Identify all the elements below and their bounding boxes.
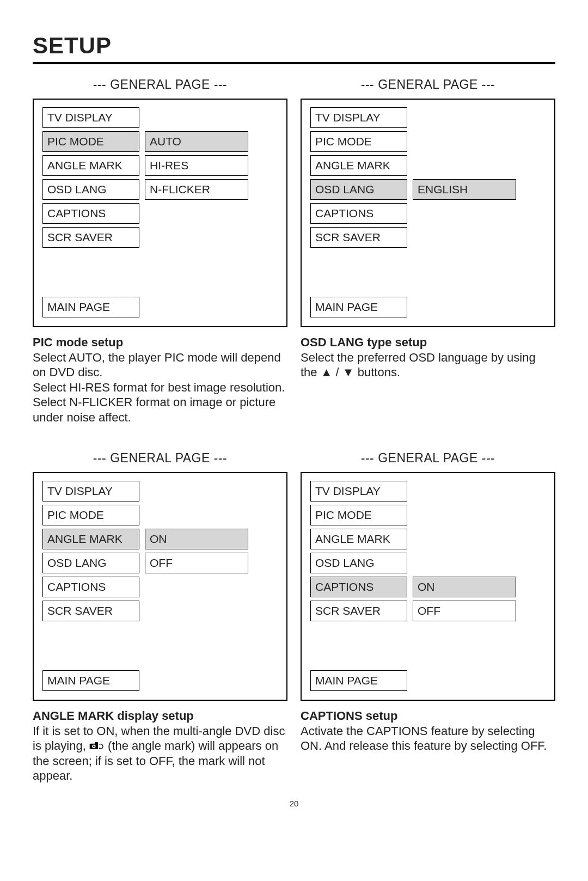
option-n-flicker[interactable]: N-FLICKER bbox=[145, 179, 248, 200]
desc-line: Select AUTO, the player PIC mode will de… bbox=[33, 350, 287, 380]
menu-header: --- GENERAL PAGE --- bbox=[33, 77, 287, 92]
option-on[interactable]: ON bbox=[145, 529, 248, 549]
option-hi-res[interactable]: HI-RES bbox=[145, 155, 248, 176]
menu-item-osd-lang[interactable]: OSD LANG bbox=[310, 553, 407, 573]
menu-item-pic-mode[interactable]: PIC MODE bbox=[42, 131, 139, 152]
menu-item-captions[interactable]: CAPTIONS bbox=[310, 203, 407, 224]
down-arrow-icon bbox=[342, 365, 354, 379]
menu-item-pic-mode[interactable]: PIC MODE bbox=[42, 505, 139, 525]
block-captions: --- GENERAL PAGE --- TV DISPLAY PIC MODE… bbox=[301, 451, 555, 784]
desc-title: CAPTIONS setup bbox=[301, 708, 555, 724]
menu-item-osd-lang[interactable]: OSD LANG bbox=[42, 179, 139, 200]
svg-point-2 bbox=[93, 745, 95, 747]
block-osd-lang: --- GENERAL PAGE --- TV DISPLAY PIC MODE… bbox=[301, 77, 555, 425]
menu-panel-angle: TV DISPLAY PIC MODE ANGLE MARK ON OSD LA… bbox=[33, 472, 287, 701]
angle-mark-icon bbox=[89, 741, 105, 751]
option-on[interactable]: ON bbox=[413, 577, 516, 597]
menu-item-tv-display[interactable]: TV DISPLAY bbox=[42, 107, 139, 128]
menu-item-scr-saver[interactable]: SCR SAVER bbox=[42, 601, 139, 621]
content-grid: --- GENERAL PAGE --- TV DISPLAY PIC MODE… bbox=[33, 77, 555, 784]
menu-item-main-page[interactable]: MAIN PAGE bbox=[310, 670, 407, 691]
menu-item-tv-display[interactable]: TV DISPLAY bbox=[310, 481, 407, 501]
page-number: 20 bbox=[33, 799, 555, 808]
menu-panel-captions: TV DISPLAY PIC MODE ANGLE MARK OSD LANG … bbox=[301, 472, 555, 701]
menu-item-main-page[interactable]: MAIN PAGE bbox=[310, 297, 407, 317]
menu-panel-osd: TV DISPLAY PIC MODE ANGLE MARK OSD LANG … bbox=[301, 99, 555, 327]
menu-header: --- GENERAL PAGE --- bbox=[301, 451, 555, 466]
desc-line: Select the preferred OSD language by usi… bbox=[301, 350, 555, 380]
menu-item-angle-mark[interactable]: ANGLE MARK bbox=[310, 529, 407, 549]
desc-pic-mode: PIC mode setup Select AUTO, the player P… bbox=[33, 335, 287, 425]
menu-item-scr-saver[interactable]: SCR SAVER bbox=[310, 227, 407, 248]
desc-title: ANGLE MARK display setup bbox=[33, 708, 287, 724]
menu-item-angle-mark[interactable]: ANGLE MARK bbox=[310, 155, 407, 176]
menu-item-tv-display[interactable]: TV DISPLAY bbox=[42, 481, 139, 501]
desc-angle-mark: ANGLE MARK display setup If it is set to… bbox=[33, 708, 287, 784]
menu-item-captions[interactable]: CAPTIONS bbox=[310, 577, 407, 597]
menu-item-scr-saver[interactable]: SCR SAVER bbox=[310, 601, 407, 621]
option-auto[interactable]: AUTO bbox=[145, 131, 248, 152]
menu-item-scr-saver[interactable]: SCR SAVER bbox=[42, 227, 139, 248]
desc-title: PIC mode setup bbox=[33, 335, 287, 350]
desc-line: Activate the CAPTIONS feature by selecti… bbox=[301, 724, 555, 754]
title-rule bbox=[33, 62, 555, 64]
menu-panel-pic: TV DISPLAY PIC MODE AUTO ANGLE MARK HI-R… bbox=[33, 99, 287, 327]
menu-item-osd-lang[interactable]: OSD LANG bbox=[310, 179, 407, 200]
desc-osd-lang: OSD LANG type setup Select the preferred… bbox=[301, 335, 555, 380]
menu-header: --- GENERAL PAGE --- bbox=[301, 77, 555, 92]
menu-item-main-page[interactable]: MAIN PAGE bbox=[42, 670, 139, 691]
svg-rect-3 bbox=[95, 742, 98, 744]
desc-line: Select N-FLICKER format on image or pict… bbox=[33, 395, 287, 425]
menu-item-osd-lang[interactable]: OSD LANG bbox=[42, 553, 139, 573]
desc-text: Select the preferred OSD language by usi… bbox=[301, 351, 536, 380]
option-off[interactable]: OFF bbox=[145, 553, 248, 573]
menu-item-pic-mode[interactable]: PIC MODE bbox=[310, 131, 407, 152]
menu-item-captions[interactable]: CAPTIONS bbox=[42, 203, 139, 224]
menu-item-angle-mark[interactable]: ANGLE MARK bbox=[42, 155, 139, 176]
block-pic-mode: --- GENERAL PAGE --- TV DISPLAY PIC MODE… bbox=[33, 77, 287, 425]
up-arrow-icon bbox=[321, 365, 333, 379]
option-off[interactable]: OFF bbox=[413, 601, 516, 621]
menu-header: --- GENERAL PAGE --- bbox=[33, 451, 287, 466]
desc-line: Select HI-RES format for best image reso… bbox=[33, 380, 287, 395]
desc-text: buttons. bbox=[358, 365, 400, 379]
desc-line: If it is set to ON, when the multi-angle… bbox=[33, 724, 287, 784]
page-title: SETUP bbox=[33, 33, 555, 59]
menu-item-main-page[interactable]: MAIN PAGE bbox=[42, 297, 139, 317]
menu-item-tv-display[interactable]: TV DISPLAY bbox=[310, 107, 407, 128]
desc-captions: CAPTIONS setup Activate the CAPTIONS fea… bbox=[301, 708, 555, 754]
menu-item-captions[interactable]: CAPTIONS bbox=[42, 577, 139, 597]
menu-item-pic-mode[interactable]: PIC MODE bbox=[310, 505, 407, 525]
desc-title: OSD LANG type setup bbox=[301, 335, 555, 350]
block-angle-mark: --- GENERAL PAGE --- TV DISPLAY PIC MODE… bbox=[33, 451, 287, 784]
option-english[interactable]: ENGLISH bbox=[413, 179, 516, 200]
menu-item-angle-mark[interactable]: ANGLE MARK bbox=[42, 529, 139, 549]
